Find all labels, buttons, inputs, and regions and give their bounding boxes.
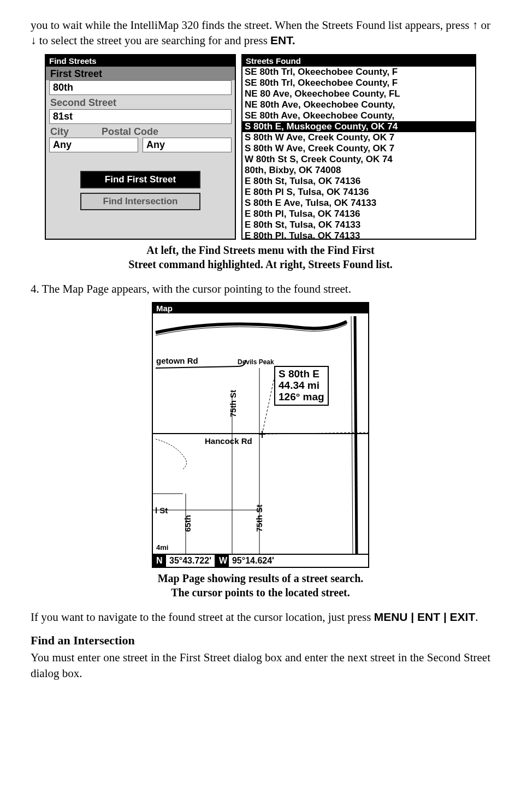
list-item[interactable]: S 80th E Ave, Tulsa, OK 74133 — [242, 198, 475, 209]
second-street-label: Second Street — [46, 96, 235, 109]
nav-period: . — [475, 611, 478, 624]
map-titlebar: Map — [153, 303, 368, 313]
road-label-65th: 65th — [183, 515, 192, 532]
list-item[interactable]: E 80th St, Tulsa, OK 74136 — [242, 176, 475, 187]
lat-dir: N — [153, 555, 166, 567]
lat-value: 35°43.722' — [166, 555, 216, 567]
intro-text-b: to select the street you are searching f… — [37, 34, 271, 47]
find-streets-titlebar: Find Streets — [46, 55, 235, 67]
streets-found-list[interactable]: SE 80th Trl, Okeechobee County, F SE 80t… — [242, 67, 475, 240]
map-scale: 4mi — [156, 543, 168, 552]
city-input[interactable]: Any — [49, 138, 138, 152]
list-item-selected[interactable]: S 80th E, Muskogee County, OK 74 — [242, 121, 475, 132]
find-intersection-button[interactable]: Find Intersection — [80, 193, 200, 210]
streets-found-panel: Streets Found SE 80th Trl, Okeechobee Co… — [241, 54, 476, 240]
list-item[interactable]: W 80th St S, Creek County, OK 74 — [242, 154, 475, 165]
list-item[interactable]: SE 80th Trl, Okeechobee County, F — [242, 67, 475, 78]
route-distance: 44.34 mi — [279, 380, 324, 392]
find-intersection-heading: Find an Intersection — [31, 633, 490, 648]
step-4-text: 4. The Map Page appears, with the cursor… — [31, 281, 490, 297]
nav-text-a: If you want to navigate to the found str… — [31, 611, 374, 624]
caption-2: Map Page showing results of a street sea… — [31, 571, 490, 600]
list-item[interactable]: SE 80th Trl, Okeechobee County, F — [242, 78, 475, 88]
list-item[interactable]: SE 80th Ave, Okeechobee County, — [242, 110, 475, 121]
city-label: City — [50, 126, 69, 138]
intro-paragraph: you to wait while the IntelliMap 320 fin… — [31, 17, 490, 49]
navigate-paragraph: If you want to navigate to the found str… — [31, 609, 490, 625]
list-item[interactable]: E 80th St, Tulsa, OK 74133 — [242, 220, 475, 230]
lon-dir: W — [216, 555, 229, 567]
coord-bar: N 35°43.722' W 95°14.624' — [153, 554, 368, 567]
second-street-input[interactable]: 81st — [49, 109, 232, 124]
intro-text-a: you to wait while the IntelliMap 320 fin… — [31, 19, 472, 32]
road-label-75th-b: 75th St — [254, 505, 264, 532]
route-name: S 80th E — [279, 369, 324, 380]
ent-key: ENT. — [270, 34, 295, 46]
list-item[interactable]: S 80th W Ave, Creek County, OK 7 — [242, 132, 475, 143]
lon-value: 95°14.624' — [229, 555, 368, 567]
nav-keys: MENU | ENT | EXIT — [374, 611, 476, 623]
list-item[interactable]: E 80th Pl, Tulsa, OK 74136 — [242, 209, 475, 220]
road-label-lst: l St — [155, 506, 168, 515]
road-label-getown: getown Rd — [156, 356, 198, 365]
caption-1b: Street command highlighted. At right, St… — [128, 258, 393, 270]
first-street-input[interactable]: 80th — [49, 80, 232, 95]
caption-2a: Map Page showing results of a street sea… — [158, 572, 364, 584]
postal-input[interactable]: Any — [143, 138, 232, 152]
list-item[interactable]: E 80th Pl, Tulsa, OK 74133 — [242, 230, 475, 240]
caption-1a: At left, the Find Streets menu with the … — [146, 244, 374, 256]
figure-pair: Find Streets First Street 80th Second St… — [31, 54, 490, 240]
route-info-box: S 80th E 44.34 mi 126° mag — [274, 366, 329, 406]
streets-found-titlebar: Streets Found — [242, 55, 475, 67]
peak-label: Devils Peak — [238, 358, 274, 366]
find-first-street-button[interactable]: Find First Street — [80, 171, 200, 188]
list-item[interactable]: NE 80 Ave, Okeechobee County, FL — [242, 88, 475, 99]
road-label-75th-a: 75th St — [228, 390, 238, 417]
last-paragraph: You must enter one street in the First S… — [31, 650, 490, 681]
map-area[interactable]: getown Rd Devils Peak S 80th E 44.34 mi … — [153, 313, 368, 554]
list-item[interactable]: S 80th W Ave, Creek County, OK 7 — [242, 143, 475, 154]
map-panel: Map getown Rd Devils Peak S 80th E 44.34… — [152, 302, 369, 568]
caption-2b: The cursor points to the located street. — [171, 586, 350, 598]
route-bearing: 126° mag — [279, 392, 324, 403]
find-streets-panel: Find Streets First Street 80th Second St… — [45, 54, 236, 240]
postal-code-label: Postal Code — [102, 126, 158, 138]
list-item[interactable]: NE 80th Ave, Okeechobee County, — [242, 99, 475, 110]
caption-1: At left, the Find Streets menu with the … — [31, 243, 490, 271]
list-item[interactable]: E 80th Pl S, Tulsa, OK 74136 — [242, 187, 475, 198]
road-label-hancock: Hancock Rd — [205, 436, 252, 446]
first-street-label: First Street — [46, 67, 235, 80]
list-item[interactable]: 80th, Bixby, OK 74008 — [242, 165, 475, 176]
